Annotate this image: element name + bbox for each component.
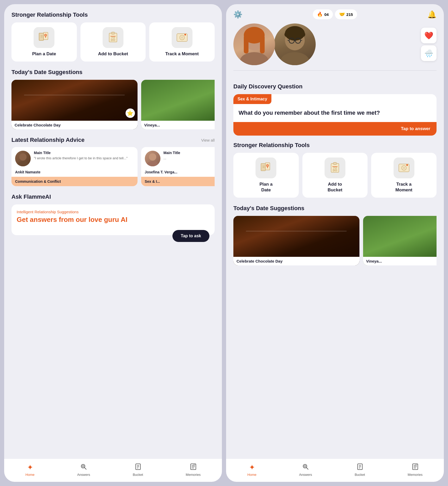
right-track-moment-tool[interactable]: Track aMoment xyxy=(371,153,437,198)
track-moment-label: Track a Moment xyxy=(165,51,199,57)
header-pills: 🔥 04 🤝 215 xyxy=(313,9,357,19)
advice-card-ankit[interactable]: Main Title "I wrote this article therefo… xyxy=(11,147,138,186)
plan-date-tool[interactable]: Plan a Date xyxy=(11,22,77,62)
bucket-label-left: Bucket xyxy=(133,473,143,477)
chocolate-day-card[interactable]: ⭐ Celebrate Chocolate Day xyxy=(11,80,138,129)
home-label-right: Home xyxy=(247,473,257,477)
todo-icon: TO DO xyxy=(107,31,120,44)
right-vineyard-card[interactable]: Vineya... xyxy=(363,216,437,265)
add-bucket-label: Add to Bucket xyxy=(98,51,128,57)
settings-button[interactable]: ⚙️ xyxy=(233,10,242,19)
nav-answers-right[interactable]: Answers xyxy=(299,463,312,477)
add-bucket-tool[interactable]: TO DO Add to Bucket xyxy=(80,22,146,62)
home-icon-left: ✦ xyxy=(27,463,33,472)
right-chocolate-day-card[interactable]: Celebrate Chocolate Day xyxy=(233,216,359,265)
right-date-suggestions-row: Celebrate Chocolate Day Vineya... xyxy=(233,216,437,265)
vineyard-card[interactable]: Vineya... xyxy=(141,80,215,129)
discovery-tag: Sex & Intimacy xyxy=(233,94,271,104)
advice-tag-ankit: Communication & Conflict xyxy=(11,177,138,186)
advice-card-josefina[interactable]: Main Title ... Josefina T. Verga... Sex … xyxy=(141,147,215,186)
right-phone-header: ⚙️ 🔥 04 🤝 215 🔔 xyxy=(226,4,444,23)
nav-answers-left[interactable]: Answers xyxy=(77,463,90,477)
memories-label-right: Memories xyxy=(408,473,422,477)
nav-home-right[interactable]: ✦ Home xyxy=(247,463,257,477)
flame-pill[interactable]: 🔥 04 xyxy=(313,9,333,19)
memories-label-left: Memories xyxy=(186,473,201,477)
star-badge: ⭐ xyxy=(126,108,135,118)
photo-icon xyxy=(176,31,189,44)
svg-point-64 xyxy=(406,164,408,166)
svg-line-22 xyxy=(84,467,86,469)
flamme-heading: Get answers from our love guru AI xyxy=(17,216,209,224)
view-all-button[interactable]: View all xyxy=(201,138,215,142)
answers-icon-left xyxy=(80,463,87,472)
bucket-icon-right xyxy=(357,463,363,472)
right-add-bucket-icon-bg: TO DO xyxy=(325,157,345,178)
svg-point-16 xyxy=(184,34,186,35)
heart-pill[interactable]: 🤝 215 xyxy=(335,9,357,19)
nav-memories-left[interactable]: Memories xyxy=(186,463,201,477)
right-chocolate-day-label: Celebrate Chocolate Day xyxy=(233,257,359,265)
svg-rect-0 xyxy=(39,33,43,40)
avatar-man xyxy=(274,23,316,65)
discovery-section-title: Daily Discovery Question xyxy=(233,83,437,90)
flamme-tap-to-ask-button[interactable]: Tap to ask xyxy=(172,230,209,242)
right-phone: ⚙️ 🔥 04 🤝 215 🔔 xyxy=(226,4,444,482)
cloud-reaction-button[interactable]: 🌧️ xyxy=(421,45,437,61)
discovery-question: What do you remember about the first tim… xyxy=(233,104,437,119)
svg-point-35 xyxy=(240,52,269,65)
nav-home-left[interactable]: ✦ Home xyxy=(26,463,35,477)
right-add-bucket-tool[interactable]: TO DO Add toBucket xyxy=(302,153,368,198)
bell-icon: 🔔 xyxy=(427,10,437,19)
answers-label-right: Answers xyxy=(299,473,312,477)
date-suggestions-row: ⭐ Celebrate Chocolate Day Vineya... xyxy=(11,80,215,129)
svg-point-42 xyxy=(284,32,290,37)
advice-main-title-josefina: Main Title xyxy=(164,151,180,155)
tools-section-title: Stronger Relationship Tools xyxy=(11,11,215,18)
plan-date-icon-bg xyxy=(34,27,54,48)
advice-author-josefina: Josefina T. Verga... xyxy=(141,170,215,177)
advice-card-body-ankit: Main Title "I wrote this article therefo… xyxy=(11,147,138,170)
heart-reaction-button[interactable]: ❤️ xyxy=(421,28,437,43)
divider xyxy=(233,70,437,71)
notification-button[interactable]: 🔔 xyxy=(427,10,437,19)
right-photo-icon xyxy=(397,161,410,174)
nav-bucket-right[interactable]: Bucket xyxy=(355,463,365,477)
tools-row: Plan a Date TO DO Add to Bucket xyxy=(11,22,215,62)
right-phone-content: Daily Discovery Question Sex & Intimacy … xyxy=(226,76,444,459)
svg-text:DO: DO xyxy=(333,169,337,172)
heart-emoji: ❤️ xyxy=(424,31,433,40)
right-date-suggestions-title: Today's Date Suggestions xyxy=(233,205,437,212)
advice-excerpt-ankit: "I wrote this article therefore I get to… xyxy=(34,156,128,161)
avatar-josefina xyxy=(145,151,160,166)
map-icon xyxy=(38,31,51,44)
svg-point-23 xyxy=(82,465,84,467)
discovery-card: Sex & Intimacy What do you remember abou… xyxy=(233,94,437,136)
advice-text-josefina: Main Title ... xyxy=(164,151,180,161)
gear-icon: ⚙️ xyxy=(233,10,242,19)
svg-point-18 xyxy=(17,161,29,166)
add-bucket-icon-bg: TO DO xyxy=(103,27,123,48)
svg-point-43 xyxy=(300,32,305,37)
right-plan-date-tool[interactable]: Plan aDate xyxy=(233,153,299,198)
couple-reactions: ❤️ 🌧️ xyxy=(421,28,437,61)
couple-section: ❤️ 🌧️ xyxy=(226,23,444,70)
right-todo-icon: TO DO xyxy=(328,161,341,174)
advice-tag-josefina: Sex & I... xyxy=(141,177,215,186)
svg-text:DO: DO xyxy=(111,38,115,41)
svg-point-19 xyxy=(149,153,156,161)
nav-memories-right[interactable]: Memories xyxy=(408,463,422,477)
svg-point-40 xyxy=(281,52,309,65)
chocolate-day-label: Celebrate Chocolate Day xyxy=(11,121,138,129)
tap-to-answer-button[interactable]: Tap to answer xyxy=(233,122,437,136)
avatar-woman xyxy=(233,23,275,65)
advice-title: Latest Relationship Advice xyxy=(11,137,84,143)
memories-icon-left xyxy=(190,463,197,472)
answers-label-left: Answers xyxy=(77,473,90,477)
nav-bucket-left[interactable]: Bucket xyxy=(133,463,143,477)
flame-icon: 🔥 xyxy=(317,11,323,17)
bucket-label-right: Bucket xyxy=(355,473,365,477)
track-moment-tool[interactable]: Track a Moment xyxy=(149,22,215,62)
heart-count: 215 xyxy=(346,12,353,17)
right-bottom-nav: ✦ Home Answers Bucket Memories xyxy=(226,459,444,482)
